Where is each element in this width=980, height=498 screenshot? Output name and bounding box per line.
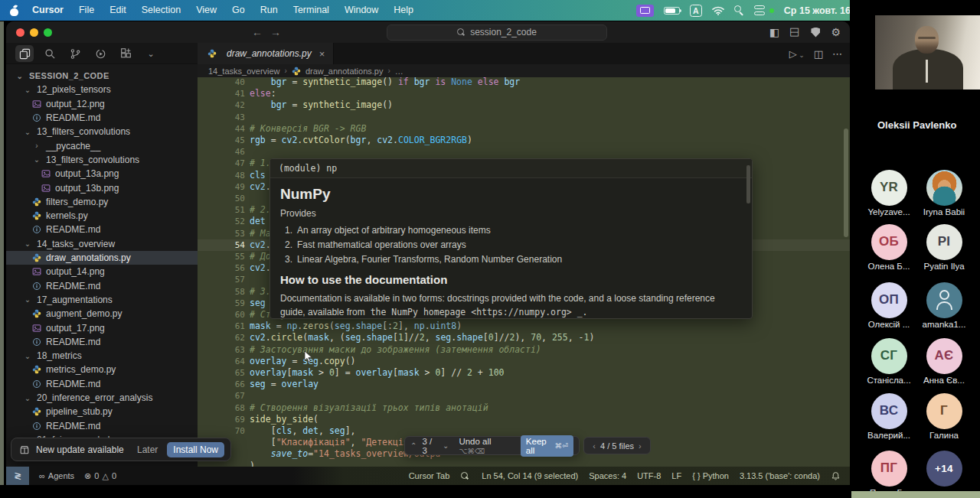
remote-icon[interactable]: ≷ (6, 467, 29, 485)
menu-file[interactable]: File (72, 0, 101, 21)
prev-file-icon[interactable]: ‹ (593, 441, 596, 451)
menu-go[interactable]: Go (225, 0, 252, 21)
menu-view[interactable]: View (189, 0, 224, 21)
participant-avatar[interactable]: ОБ (871, 224, 907, 260)
language-status[interactable]: { } Python (692, 471, 729, 480)
screen-share-icon[interactable] (636, 5, 654, 17)
close-tab-icon[interactable]: × (319, 48, 325, 60)
next-change-icon[interactable]: ⌄ (443, 441, 449, 450)
keep-all-button[interactable]: Keep all⌘⏎ (521, 435, 573, 457)
menu-run[interactable]: Run (253, 0, 285, 21)
back-arrow-icon[interactable]: ← (250, 24, 265, 40)
tree-item-readme.md[interactable]: README.md (6, 111, 198, 125)
tree-item-kernels.py[interactable]: kernels.py (6, 209, 198, 223)
tree-item-metrics_demo.py[interactable]: metrics_demo.py (6, 363, 198, 376)
participant-avatar[interactable] (926, 282, 962, 318)
explorer-icon[interactable] (15, 45, 34, 62)
participant-avatar[interactable]: ВС (871, 393, 907, 429)
tree-item-readme.md[interactable]: README.md (6, 335, 198, 349)
chevron-down-icon[interactable]: ⌄ (142, 45, 160, 62)
zoom-window-button[interactable] (44, 28, 52, 37)
tree-item-readme.md[interactable]: README.md (6, 419, 198, 433)
interpreter-status[interactable]: 3.13.5 ('base': conda) (740, 471, 820, 480)
tree-item-session_2_code[interactable]: ⌄SESSION_2_CODE (6, 69, 198, 83)
tree-item-pipeline_stub.py[interactable]: pipeline_stub.py (6, 405, 198, 418)
participant-avatar[interactable]: YR (871, 170, 907, 206)
indentation-status[interactable]: Spaces: 4 (589, 471, 626, 480)
tree-item-readme.md[interactable]: README.md (6, 279, 198, 293)
tree-item-13_filters_convolutions[interactable]: ⌄13_filters_convolutions (6, 125, 198, 138)
split-editor-icon[interactable]: ◫ (814, 48, 823, 60)
tree-item-augment_demo.py[interactable]: augment_demo.py (6, 307, 198, 321)
install-now-button[interactable]: Install Now (167, 442, 224, 457)
extensions-icon[interactable] (116, 45, 135, 62)
tree-item-13_filters_convolutions[interactable]: ⌄13_filters_convolutions (6, 153, 198, 167)
participant-avatar[interactable]: АЄ (926, 338, 962, 374)
shield-icon[interactable] (811, 28, 820, 37)
breadcrumb-item[interactable]: 14_tasks_overview (208, 67, 280, 76)
cursor-tab-status[interactable]: Cursor Tab (409, 471, 450, 480)
tooltip-link[interactable]: the NumPy homepage <https://numpy.org> _… (365, 307, 588, 317)
tree-item-12_pixels_tensors[interactable]: ⌄12_pixels_tensors (6, 83, 198, 96)
run-icon[interactable]: ▷ ⌄ (789, 48, 805, 60)
minimize-window-button[interactable] (30, 28, 38, 37)
tree-item-output_13a.png[interactable]: output_13a.png (6, 167, 198, 181)
cursor-position-status[interactable]: Ln 54, Col 14 (9 selected) (482, 471, 578, 480)
gear-icon[interactable]: ⚙ (831, 27, 841, 37)
menu-terminal[interactable]: Terminal (286, 0, 336, 21)
menu-help[interactable]: Help (387, 0, 420, 21)
encoding-status[interactable]: UTF-8 (637, 471, 661, 480)
tree-item-20_inference_error_analysis[interactable]: ⌄20_inference_error_analysis (6, 391, 198, 405)
breadcrumb-item[interactable]: … (395, 67, 403, 76)
command-center-search[interactable]: session_2_code (387, 24, 607, 41)
agents-status[interactable]: ∞ Agents (39, 471, 74, 480)
wifi-icon[interactable] (712, 6, 724, 15)
prev-change-icon[interactable]: ⌃ (410, 441, 416, 450)
menu-cursor[interactable]: Cursor (25, 0, 70, 21)
participant-avatar[interactable]: PI (926, 224, 962, 260)
search-icon[interactable] (41, 45, 59, 62)
spotlight-icon[interactable] (734, 5, 744, 15)
more-participants-badge[interactable]: +14 (926, 451, 962, 487)
tree-item-readme.md[interactable]: README.md (6, 223, 198, 236)
participant-video[interactable] (875, 15, 980, 90)
participant-avatar[interactable]: ОП (871, 282, 907, 318)
next-file-icon[interactable]: › (639, 441, 642, 451)
tree-item-output_17.png[interactable]: output_17.png (6, 321, 198, 334)
more-actions-icon[interactable]: ⋯ (832, 48, 842, 60)
forward-arrow-icon[interactable]: → (268, 24, 283, 40)
tree-item-18_metrics[interactable]: ⌄18_metrics (6, 349, 198, 363)
layout-panel-icon[interactable]: ◫ (790, 27, 801, 37)
participant-avatar[interactable]: Г (926, 393, 962, 429)
later-button[interactable]: Later (134, 443, 161, 457)
debug-icon[interactable] (91, 45, 109, 62)
undo-all-button[interactable]: Undo all ⌥⌘⌫ (459, 437, 511, 455)
eol-status[interactable]: LF (671, 471, 681, 480)
tree-item-__pycache__[interactable]: ›__pycache__ (6, 139, 198, 153)
editor-scrollbar[interactable] (844, 129, 848, 237)
tree-item-filters_demo.py[interactable]: filters_demo.py (6, 195, 198, 209)
screen-reader-icon[interactable] (460, 471, 471, 481)
layout-sidebar-icon[interactable]: ◧ (769, 27, 779, 37)
tree-item-14_tasks_overview[interactable]: ⌄14_tasks_overview (6, 237, 198, 251)
tree-item-output_12.png[interactable]: output_12.png (6, 97, 198, 111)
bell-icon[interactable] (831, 471, 841, 481)
tree-item-17_augmentations[interactable]: ⌄17_augmentations (6, 293, 198, 307)
menu-selection[interactable]: Selection (135, 0, 188, 21)
source-control-icon[interactable] (66, 45, 84, 62)
menu-window[interactable]: Window (338, 0, 385, 21)
control-center-icon[interactable] (754, 5, 765, 16)
tree-item-output_14.png[interactable]: output_14.png (6, 265, 198, 278)
menu-edit[interactable]: Edit (103, 0, 133, 21)
input-source-icon[interactable]: А (690, 5, 702, 17)
tree-item-draw_annotations.py[interactable]: draw_annotations.py (6, 251, 198, 265)
apple-icon[interactable] (9, 5, 19, 16)
battery-icon[interactable] (664, 7, 680, 15)
tab-draw-annotations[interactable]: draw_annotations.py × (198, 43, 334, 64)
problems-status[interactable]: ⊗ 0 △ 0 (84, 471, 116, 481)
close-window-button[interactable] (16, 28, 24, 37)
tooltip-scrollbar[interactable] (746, 165, 750, 203)
participant-avatar[interactable] (926, 170, 962, 206)
participant-avatar[interactable]: СГ (871, 338, 907, 374)
tree-item-output_13b.png[interactable]: output_13b.png (6, 181, 198, 194)
